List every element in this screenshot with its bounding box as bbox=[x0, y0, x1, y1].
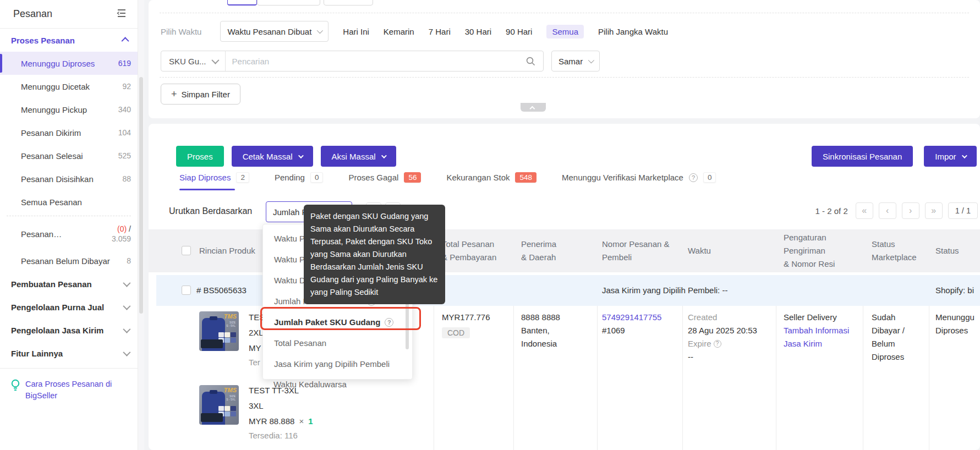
product-variant: 3XL bbox=[249, 399, 264, 413]
save-filter-button[interactable]: + Simpan Filter bbox=[161, 84, 240, 105]
menu-item-jasa-kirim-dipilih-pembeli[interactable]: Jasa Kirim yang Dipilih Pembeli bbox=[274, 359, 390, 369]
column-divider bbox=[513, 306, 514, 450]
divider bbox=[7, 216, 131, 216]
time-type-select[interactable]: Waktu Pesanan Dibuat bbox=[220, 21, 329, 42]
sidebar-item-semua-pesanan[interactable]: Semua Pesanan bbox=[0, 190, 138, 213]
help-circle-icon: ? bbox=[689, 173, 698, 182]
bulk-action-button[interactable]: Aksi Massal bbox=[321, 146, 396, 167]
sidebar-section-pengelolaan-purna-jual[interactable]: Pengelolaan Purna Jual bbox=[0, 295, 138, 319]
last-page-button[interactable]: » bbox=[925, 202, 943, 219]
order-total: MYR177.776 bbox=[442, 311, 490, 324]
product-image[interactable]: TMS SIZES - 5XL bbox=[199, 385, 239, 425]
filter-card: Pilih Waktu Waktu Pesanan Dibuat Hari In… bbox=[149, 0, 980, 118]
item-count: 88 bbox=[122, 174, 131, 183]
tab-kekurangan-stok[interactable]: Kekurangan Stok 548 bbox=[446, 172, 536, 190]
search-icon[interactable] bbox=[518, 57, 543, 66]
sidebar-section-pengelolaan-jasa-kirim[interactable]: Pengelolaan Jasa Kirim bbox=[0, 319, 138, 342]
tab-count-badge: 0 bbox=[310, 172, 324, 183]
range-semua-selected[interactable]: Semua bbox=[546, 25, 584, 39]
search-input[interactable] bbox=[226, 57, 518, 66]
tab-pending[interactable]: Pending 0 bbox=[275, 172, 324, 190]
help-link-row[interactable]: Cara Proses Pesanan diBigSeller bbox=[0, 372, 138, 402]
order-number-link[interactable]: 5749291417755 bbox=[602, 311, 661, 324]
sync-toolbar: Sinkronisasi Pesanan Impor bbox=[812, 146, 977, 167]
tab-count-badge: 2 bbox=[236, 172, 249, 183]
next-page-button[interactable]: › bbox=[902, 202, 919, 219]
sidebar-item-menunggu-dicetak[interactable]: Menunggu Dicetak92 bbox=[0, 75, 138, 98]
recipient-name: 8888 8888 bbox=[521, 311, 560, 324]
menu-item-waktu-kedaluwarsa[interactable]: Waktu Kedaluwarsa bbox=[273, 380, 347, 389]
sidebar-item-pesanan-selesai[interactable]: Pesanan Selesai525 bbox=[0, 144, 138, 167]
range-custom[interactable]: Pilih Jangka Waktu bbox=[598, 27, 668, 36]
item-count: 8 bbox=[127, 256, 131, 265]
range-30-hari[interactable]: 30 Hari bbox=[465, 27, 491, 36]
product-price-qty: MYR 88.888×1 bbox=[249, 415, 313, 428]
product-stock: Tersedia: 116 bbox=[249, 429, 298, 442]
col-waktu: Waktu bbox=[688, 244, 711, 257]
search-type-select[interactable]: SKU Gu... bbox=[161, 51, 226, 71]
chevron-down-icon bbox=[298, 153, 304, 158]
range-7-hari[interactable]: 7 Hari bbox=[429, 27, 451, 36]
sidebar-item-pesanan-dikirim[interactable]: Pesanan Dikirim104 bbox=[0, 121, 138, 144]
col-pengaturan-pengiriman: PengaturanPengiriman& Nomor Resi bbox=[784, 231, 835, 271]
sidebar-item-menunggu-pickup[interactable]: Menunggu Pickup340 bbox=[0, 98, 138, 121]
range-90-hari[interactable]: 90 Hari bbox=[506, 27, 532, 36]
chevron-up-icon bbox=[529, 106, 535, 111]
bulk-print-button[interactable]: Cetak Massal bbox=[232, 146, 313, 167]
sidebar-section-fitur-lainnya[interactable]: Fitur Lainnya bbox=[0, 342, 138, 365]
col-total-pesanan: Total Pesanan& Pembayaran bbox=[442, 238, 496, 264]
item-count: 104 bbox=[118, 128, 131, 137]
import-button[interactable]: Impor bbox=[924, 146, 976, 167]
match-mode-select[interactable]: Samar bbox=[551, 51, 600, 72]
sidebar-section-pembuatan-pesanan[interactable]: Pembuatan Pesanan bbox=[0, 272, 138, 295]
search-box: SKU Gu... bbox=[161, 51, 544, 72]
active-tab-underline bbox=[179, 189, 235, 190]
top-tab-remnant[interactable] bbox=[324, 0, 373, 6]
process-button[interactable]: Proses bbox=[176, 146, 224, 167]
select-all-checkbox[interactable] bbox=[182, 246, 191, 255]
column-divider bbox=[929, 306, 929, 450]
order-management-page: Pesanan Proses Pesanan Menunggu Diproses… bbox=[0, 0, 980, 450]
sidebar-scrollbar[interactable] bbox=[138, 0, 144, 450]
pagination-range: 1 - 2 of 2 bbox=[815, 206, 848, 216]
range-kemarin[interactable]: Kemarin bbox=[384, 27, 414, 36]
item-count: (0) / 3.059 bbox=[112, 224, 131, 244]
chevron-down-icon bbox=[962, 153, 967, 158]
tab-siap-diproses[interactable]: Siap Diproses 2 bbox=[179, 172, 249, 190]
order-checkbox[interactable] bbox=[182, 286, 191, 295]
sidebar-section-proses-pesanan[interactable]: Proses Pesanan bbox=[0, 29, 138, 52]
recipient-country: Indonesia bbox=[521, 337, 557, 350]
item-count: 525 bbox=[118, 151, 131, 160]
sidebar-collapse-icon[interactable] bbox=[117, 9, 127, 20]
column-divider bbox=[863, 306, 863, 450]
sync-orders-button[interactable]: Sinkronisasi Pesanan bbox=[812, 146, 913, 167]
chevron-down-icon bbox=[123, 303, 130, 310]
divider bbox=[160, 13, 969, 13]
sort-help-tooltip: Paket dengan SKU Gudang yang Sama akan D… bbox=[304, 205, 445, 304]
top-tab-remnant[interactable] bbox=[257, 0, 320, 6]
tab-count-badge-red: 56 bbox=[404, 172, 421, 183]
expire-label: Expire? bbox=[688, 337, 721, 350]
collapse-filter-pill[interactable] bbox=[521, 103, 546, 112]
add-shipping-info-link2[interactable]: Jasa Kirim bbox=[784, 337, 822, 350]
order-status: MenungguDiproses bbox=[935, 311, 974, 337]
first-page-button[interactable]: « bbox=[856, 202, 873, 219]
sort-by-label: Urutkan Berdasarkan bbox=[169, 206, 252, 216]
column-divider bbox=[434, 306, 434, 450]
add-shipping-info-link[interactable]: Tambah Informasi bbox=[784, 324, 849, 337]
top-tab-remnant-active[interactable] bbox=[227, 0, 257, 6]
column-divider bbox=[776, 306, 776, 450]
tab-proses-gagal[interactable]: Proses Gagal 56 bbox=[348, 172, 421, 190]
sidebar-item-pesanan-disisihkan[interactable]: Pesanan Disisihkan88 bbox=[0, 167, 138, 190]
col-nomor-pesanan: Nomor Pesanan &Pembeli bbox=[602, 238, 670, 264]
sidebar-item-menunggu-diproses[interactable]: Menunggu Diproses619 bbox=[0, 52, 138, 75]
menu-item-total-pesanan[interactable]: Total Pesanan bbox=[274, 338, 326, 348]
product-image[interactable]: TMS SIZES - 5XL bbox=[199, 311, 239, 351]
prev-page-button[interactable]: ‹ bbox=[879, 202, 896, 219]
sidebar-item-pesanan-belum-dibayar[interactable]: Pesanan Belum Dibayar8 bbox=[0, 249, 138, 272]
range-hari-ini[interactable]: Hari Ini bbox=[343, 27, 369, 36]
scrollbar-thumb[interactable] bbox=[139, 77, 143, 314]
tab-menunggu-verifikasi[interactable]: Menunggu Verifikasi Marketplace ? 0 bbox=[562, 172, 716, 190]
created-time: 28 Agu 2025 20:53 bbox=[688, 324, 757, 337]
sidebar-item-pesanan-truncated[interactable]: Pesanan… (0) / 3.059 bbox=[0, 218, 138, 249]
